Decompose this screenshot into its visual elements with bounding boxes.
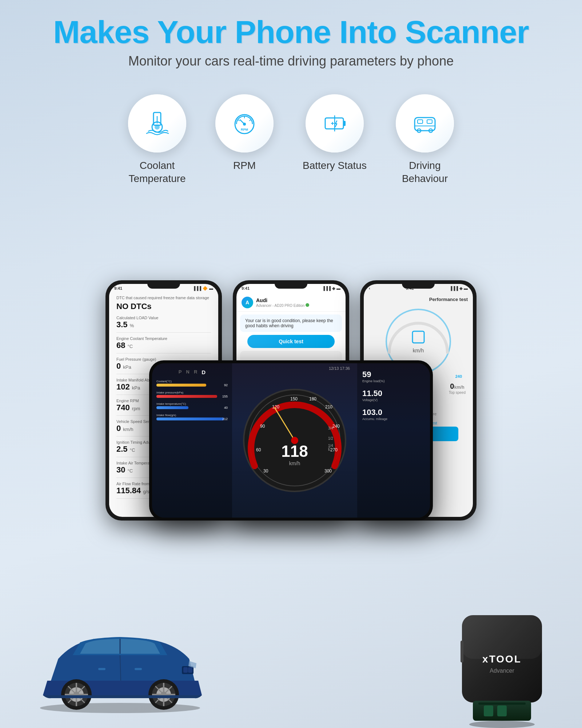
perf-top-speed-label: Top speed (449, 391, 466, 395)
battery-status-icon: ▬ (209, 286, 213, 290)
battery-icon-circle (306, 94, 364, 153)
svg-text:210: 210 (325, 404, 332, 410)
right-status-icons: ▐▐▐ ◈ ▬ (450, 286, 468, 291)
metric-value-0: 3.5 % (116, 320, 211, 329)
svg-text:180: 180 (309, 396, 316, 401)
dash-right-panel: 59 Engine load(%) 11.50 Voltage(V) 103.0… (357, 363, 430, 518)
right-wifi-icon: ◈ (459, 286, 462, 291)
coolant-icon (143, 109, 172, 138)
coolant-label: CoolantTemperature (128, 159, 186, 186)
dash-engine-load: 59 Engine load(%) (362, 370, 425, 383)
gear-r: R (194, 369, 197, 375)
dash-bar-pressure: Intake pressure(kPa) 155 (156, 391, 228, 399)
dashboard-screen: P N R D Coolant(°C) 92 Intake pressure(k… (152, 363, 430, 518)
dtc-value: NO DTCs (116, 302, 211, 311)
feature-coolant: CoolantTemperature (128, 94, 186, 186)
perf-top-speed: 0km/h Top speed (449, 382, 466, 395)
svg-rect-94 (461, 641, 463, 662)
center-wifi-icon: ◈ (332, 286, 335, 291)
svg-rect-18 (427, 120, 432, 123)
svg-text:90: 90 (260, 424, 265, 429)
wifi-status-icon: 🔶 (203, 286, 208, 291)
center-time: 9:41 (242, 286, 250, 290)
dash-center-panel: 12/13 17:36 30 60 90 120 150 (232, 363, 357, 518)
metric-row-0: Calculated LOAD Value 3.5 % (116, 316, 211, 333)
svg-text:3/4: 3/4 (328, 426, 333, 430)
driving-label: DrivingBehaviour (402, 159, 448, 186)
pressure-bar-label: Intake pressure(kPa) (156, 391, 228, 394)
xtool-svg: xTOOL Advancer (451, 612, 553, 728)
left-notch (147, 284, 180, 289)
svg-text:300: 300 (324, 468, 332, 474)
header-section: Makes Your Phone Into Scanner Monitor yo… (0, 0, 582, 76)
coolant-bar-val: 92 (224, 383, 228, 387)
perf-title: Performance test (364, 294, 473, 305)
condition-box: Your car is in good condition, please ke… (240, 314, 342, 332)
dtc-header: DTC that caused required freeze frame da… (116, 295, 211, 300)
feature-driving: DrivingBehaviour (396, 94, 454, 186)
app-logo: A (242, 297, 253, 308)
intake-temp-bar-fill (156, 406, 188, 409)
coolant-bar-container: 92 (156, 384, 228, 387)
dash-bar-intake-temp: Intake temperature(°C) 40 (156, 402, 228, 410)
svg-text:240: 240 (332, 424, 340, 429)
dashboard-content: P N R D Coolant(°C) 92 Intake pressure(k… (152, 363, 430, 518)
perf-top-speed-value: 0km/h (449, 382, 466, 391)
driving-icon-circle (396, 94, 454, 153)
coolant-bar-fill (156, 384, 206, 387)
svg-text:Advancer: Advancer (490, 668, 514, 674)
flow-bar-fill (156, 418, 224, 420)
speedometer-svg: 30 60 90 120 150 180 210 240 270 300 (240, 386, 349, 495)
xtool-device: xTOOL Advancer (451, 612, 553, 728)
flow-bar-label: Intake flow(g/s) (156, 414, 228, 417)
intake-temp-bar-container: 40 (156, 406, 228, 410)
gear-p: P (179, 369, 182, 375)
svg-text:E: E (328, 447, 331, 451)
right-battery-icon: ▬ (464, 286, 468, 291)
center-signal-icon: ▐▐▐ (322, 286, 331, 290)
center-battery-icon: ▬ (336, 286, 340, 290)
svg-line-6 (238, 120, 240, 121)
driving-icon (410, 109, 439, 138)
subtitle: Monitor your cars real-time driving para… (22, 54, 560, 69)
svg-text:xTOOL: xTOOL (482, 653, 522, 665)
bmw-svg (29, 619, 211, 713)
engine-load-value: 59 (362, 370, 425, 379)
dash-bar-flow: Intake flow(g/s) 212 (156, 414, 228, 421)
svg-rect-65 (188, 667, 192, 673)
dash-voltage: 11.50 Voltage(V) (362, 389, 425, 402)
connection-dot (306, 303, 309, 307)
feature-battery: Battery Status (303, 94, 367, 186)
svg-point-3 (155, 124, 160, 130)
dash-left-panel: P N R D Coolant(°C) 92 Intake pressure(k… (152, 363, 232, 518)
rpm-icon: RPM (230, 109, 259, 138)
svg-text:118: 118 (281, 442, 308, 460)
bmw-suv (29, 619, 211, 728)
svg-point-9 (243, 123, 246, 126)
quick-test-button[interactable]: Quick test (247, 335, 335, 348)
intake-temp-bar-val: 40 (224, 406, 228, 410)
svg-rect-87 (462, 615, 542, 659)
svg-point-61 (40, 703, 200, 713)
svg-rect-64 (183, 667, 188, 673)
svg-text:270: 270 (330, 447, 338, 452)
signal-icon: ▐▐▐ (193, 286, 201, 290)
app-edition: Advancer - AD20 PRO Edition (256, 303, 309, 308)
dash-mileage: 103.0 Accumu. mileage (362, 408, 425, 421)
svg-rect-39 (412, 331, 424, 343)
right-back-arrow[interactable]: ‹ (369, 286, 370, 290)
right-signal-icon: ▐▐▐ (450, 286, 458, 291)
coolant-icon-circle (128, 94, 186, 153)
metric-value-1: 68 °C (116, 341, 211, 350)
metric-label-0: Calculated LOAD Value (116, 316, 211, 320)
svg-rect-93 (478, 703, 526, 705)
mileage-value: 103.0 (362, 408, 425, 417)
features-row: CoolantTemperature RPM RPM (0, 94, 582, 186)
flow-bar-container: 212 (156, 418, 228, 421)
svg-rect-83 (98, 668, 105, 670)
voltage-label: Voltage(V) (362, 398, 425, 402)
svg-text:30: 30 (263, 468, 268, 474)
svg-point-85 (469, 721, 535, 728)
gear-d-active: D (202, 369, 206, 375)
intake-temp-bar-label: Intake temperature(°C) (156, 402, 228, 405)
